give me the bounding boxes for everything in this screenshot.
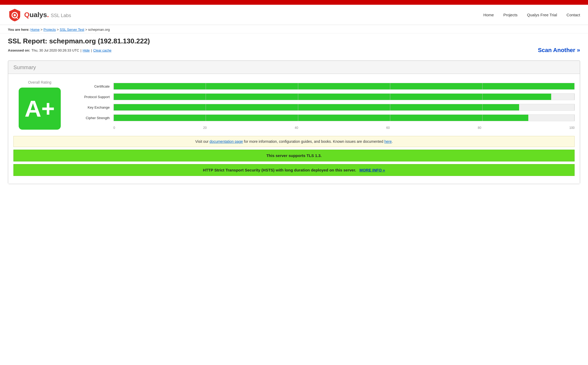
axis-80: 80 — [478, 126, 481, 130]
here-link[interactable]: here — [384, 139, 392, 144]
header: Qualys. SSL Labs Home Projects Qualys Fr… — [0, 5, 588, 25]
clear-cache-link[interactable]: Clear cache — [93, 48, 111, 52]
overall-rating-label: Overall Rating — [28, 80, 52, 84]
info-box-text-middle: for more information, configuration guid… — [244, 139, 383, 144]
axis-40: 40 — [295, 126, 298, 130]
bar-label-protocol: Protocol Support — [77, 95, 113, 99]
qualys-wordmark: Qualys. — [24, 11, 49, 19]
report-ip-text: (192.81.130.222) — [98, 37, 150, 45]
ssllabs-wordmark: SSL Labs — [49, 13, 71, 18]
summary-body: Overall Rating A+ Certificate — [8, 74, 580, 184]
page-title: SSL Report: schepman.org (192.81.130.222… — [8, 37, 580, 45]
summary-container: Summary Overall Rating A+ Certificate — [8, 60, 580, 184]
breadcrumb-current: schepman.org — [88, 28, 110, 32]
bar-label-certificate: Certificate — [77, 84, 113, 88]
grade-box: A+ — [19, 88, 61, 130]
rating-chart-row: Overall Rating A+ Certificate — [13, 80, 575, 130]
bar-fill-cipher — [114, 115, 528, 121]
breadcrumb-ssl-server-test[interactable]: SSL Server Test — [60, 28, 84, 32]
assessed-left: Assessed on: Thu, 30 Jul 2020 00:26:33 U… — [8, 48, 111, 52]
nav-home[interactable]: Home — [483, 13, 494, 17]
svg-point-2 — [14, 14, 16, 16]
more-info-link[interactable]: MORE INFO » — [359, 168, 385, 172]
bar-label-key-exchange: Key Exchange — [77, 105, 113, 109]
nav-free-trial[interactable]: Qualys Free Trial — [527, 13, 557, 17]
chart-axis: 0 20 40 60 80 100 — [113, 125, 575, 130]
bar-fill-certificate — [114, 83, 574, 89]
qualys-shield-icon — [8, 8, 22, 22]
breadcrumb-projects[interactable]: Projects — [43, 28, 56, 32]
bar-row-protocol: Protocol Support — [77, 93, 575, 100]
tls-support-text: This server supports TLS 1.3. — [266, 153, 322, 158]
breadcrumb-you-are-here: You are here: — [8, 28, 29, 32]
breadcrumb: You are here: Home > Projects > SSL Serv… — [0, 25, 588, 33]
report-title-prefix: SSL Report: — [8, 37, 47, 45]
hsts-text: HTTP Strict Transport Security (HSTS) wi… — [203, 168, 356, 172]
overall-rating: Overall Rating A+ — [13, 80, 66, 130]
nav-projects[interactable]: Projects — [503, 13, 518, 17]
scan-another-link[interactable]: Scan Another » — [538, 47, 580, 54]
info-box-text-before: Visit our — [195, 139, 209, 144]
main-nav: Home Projects Qualys Free Trial Contact — [483, 13, 580, 17]
bar-row-key-exchange: Key Exchange — [77, 104, 575, 111]
bar-fill-protocol — [114, 94, 551, 100]
tls-support-box: This server supports TLS 1.3. — [13, 150, 575, 161]
summary-header: Summary — [8, 61, 580, 74]
assessed-label: Assessed on: — [8, 48, 30, 52]
bar-chart: Certificate — [77, 80, 575, 130]
bar-fill-key-exchange — [114, 104, 519, 110]
page-title-area: SSL Report: schepman.org (192.81.130.222… — [0, 33, 588, 56]
breadcrumb-home[interactable]: Home — [31, 28, 40, 32]
axis-100: 100 — [569, 126, 575, 130]
hsts-box: HTTP Strict Transport Security (HSTS) wi… — [13, 164, 575, 176]
bar-row-certificate: Certificate — [77, 83, 575, 90]
nav-contact[interactable]: Contact — [566, 13, 580, 17]
top-red-bar — [0, 0, 588, 5]
documentation-page-link[interactable]: documentation page — [210, 139, 243, 144]
documentation-info-box: Visit our documentation page for more in… — [13, 136, 575, 147]
bar-row-cipher: Cipher Strength — [77, 114, 575, 121]
hide-link[interactable]: Hide — [83, 48, 90, 52]
logo-area: Qualys. SSL Labs — [8, 8, 71, 22]
grade-letter: A+ — [25, 97, 55, 120]
summary-title: Summary — [13, 64, 575, 70]
axis-0: 0 — [113, 126, 115, 130]
logo-text: Qualys. SSL Labs — [24, 11, 71, 19]
axis-20: 20 — [203, 126, 206, 130]
bar-label-cipher: Cipher Strength — [77, 116, 113, 120]
assessed-line: Assessed on: Thu, 30 Jul 2020 00:26:33 U… — [8, 47, 580, 54]
assessed-date: Thu, 30 Jul 2020 00:26:33 UTC — [32, 48, 79, 52]
report-domain-text: schepman.org — [49, 37, 96, 45]
axis-60: 60 — [386, 126, 390, 130]
